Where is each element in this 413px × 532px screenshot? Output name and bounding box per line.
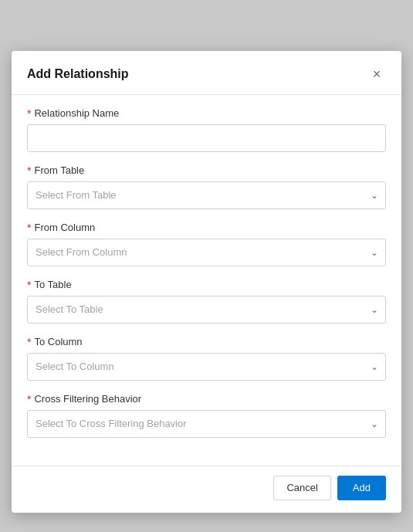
backdrop: Add Relationship × * Relationship Name *… [0,0,413,532]
cross-filtering-select-wrapper: Select To Cross Filtering Behavior ⌄ [27,410,386,438]
to-table-select[interactable]: Select To Table [27,296,386,324]
dialog-footer: Cancel Add [12,466,401,513]
required-star-4: * [27,279,31,291]
relationship-name-input[interactable] [27,124,386,152]
cross-filtering-select[interactable]: Select To Cross Filtering Behavior [27,410,386,438]
relationship-name-label-text: Relationship Name [34,107,119,119]
required-star-3: * [27,222,31,234]
to-table-group: * To Table Select To Table ⌄ [27,279,386,324]
relationship-name-label: * Relationship Name [27,107,386,120]
from-column-group: * From Column Select From Column ⌄ [27,222,386,266]
cancel-button[interactable]: Cancel [273,476,330,500]
from-column-label: * From Column [27,222,386,234]
required-star-2: * [27,164,31,177]
from-table-label-text: From Table [34,164,84,176]
to-column-select[interactable]: Select To Column [27,353,386,381]
from-table-label: * From Table [27,164,386,177]
to-column-label: * To Column [27,336,386,348]
to-column-label-text: To Column [34,336,82,347]
cross-filtering-label-text: Cross Filtering Behavior [34,393,141,405]
dialog-header: Add Relationship × [12,51,401,95]
dialog-body: * Relationship Name * From Table Select … [12,95,401,466]
from-column-label-text: From Column [34,222,95,233]
from-column-select[interactable]: Select From Column [27,239,386,266]
cross-filtering-label: * Cross Filtering Behavior [27,393,386,405]
from-table-select[interactable]: Select From Table [27,181,386,209]
add-relationship-dialog: Add Relationship × * Relationship Name *… [12,51,401,513]
dialog-title: Add Relationship [27,67,129,81]
from-table-group: * From Table Select From Table ⌄ [27,164,386,209]
cross-filtering-group: * Cross Filtering Behavior Select To Cro… [27,393,386,438]
from-table-select-wrapper: Select From Table ⌄ [27,181,386,209]
add-button[interactable]: Add [337,476,386,500]
to-table-label: * To Table [27,279,386,291]
to-table-label-text: To Table [34,279,71,290]
from-column-select-wrapper: Select From Column ⌄ [27,239,386,266]
close-button[interactable]: × [367,65,386,83]
to-column-group: * To Column Select To Column ⌄ [27,336,386,381]
to-column-select-wrapper: Select To Column ⌄ [27,353,386,381]
required-star-5: * [27,336,31,348]
to-table-select-wrapper: Select To Table ⌄ [27,296,386,324]
required-star-6: * [27,393,31,405]
relationship-name-group: * Relationship Name [27,107,386,152]
required-star-1: * [27,107,31,120]
